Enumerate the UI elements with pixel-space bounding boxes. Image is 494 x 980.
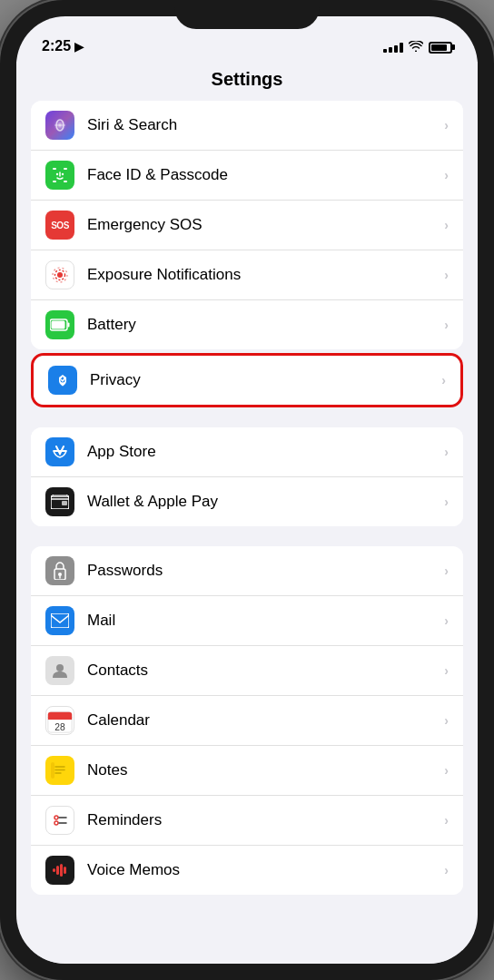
privacy-icon — [48, 366, 77, 395]
settings-row-mail[interactable]: Mail › — [31, 596, 463, 646]
contacts-icon — [45, 656, 74, 685]
notch — [174, 0, 320, 29]
passwords-chevron: › — [444, 564, 449, 578]
sos-icon: SOS — [45, 211, 74, 240]
appstore-label: App Store — [87, 443, 444, 461]
signal-bar-1 — [383, 49, 387, 53]
sos-label: Emergency SOS — [87, 216, 444, 234]
privacy-highlight-border: Privacy › — [31, 353, 463, 407]
settings-row-notes[interactable]: Notes › — [31, 746, 463, 796]
spacer-1 — [16, 416, 478, 427]
svg-rect-23 — [51, 613, 69, 628]
voicememos-icon — [45, 856, 74, 885]
battery-label: Battery — [87, 316, 444, 334]
svg-rect-6 — [64, 181, 67, 182]
section-3: Passwords › Mail › — [16, 546, 478, 895]
contacts-chevron: › — [444, 663, 449, 678]
location-icon: ▶ — [74, 40, 84, 54]
faceid-chevron: › — [444, 168, 449, 182]
settings-row-faceid[interactable]: Face ID & Passcode › — [31, 151, 463, 201]
mail-icon — [45, 606, 74, 635]
screen: 2:25 ▶ — [16, 16, 478, 964]
reminders-icon — [45, 806, 74, 835]
svg-point-10 — [57, 272, 63, 278]
svg-point-8 — [62, 173, 64, 175]
notes-label: Notes — [87, 761, 444, 779]
svg-rect-33 — [51, 762, 54, 779]
sos-chevron: › — [444, 218, 449, 232]
settings-row-appstore[interactable]: App Store › — [31, 427, 463, 477]
battery-row-icon — [45, 310, 74, 339]
wallet-chevron: › — [444, 495, 449, 509]
settings-group-2: App Store › Wallet — [31, 427, 463, 526]
spacer-2 — [16, 535, 478, 546]
signal-bar-3 — [394, 45, 398, 53]
svg-rect-39 — [56, 866, 59, 875]
svg-point-24 — [56, 664, 64, 671]
status-icons — [383, 40, 452, 54]
svg-rect-15 — [52, 321, 65, 329]
svg-rect-40 — [60, 864, 63, 877]
settings-row-privacy[interactable]: Privacy › — [34, 356, 460, 405]
svg-point-34 — [54, 816, 58, 819]
reminders-chevron: › — [444, 813, 449, 828]
battery-chevron: › — [444, 318, 449, 332]
svg-rect-27 — [48, 717, 72, 720]
exposure-chevron: › — [444, 268, 449, 282]
settings-row-wallet[interactable]: Wallet & Apple Pay › — [31, 477, 463, 526]
settings-group-1: Siri & Search › — [31, 101, 463, 349]
contacts-label: Contacts — [87, 662, 444, 680]
siri-label: Siri & Search — [87, 116, 444, 134]
phone-frame: 2:25 ▶ — [0, 0, 494, 980]
svg-rect-38 — [53, 868, 55, 872]
mail-chevron: › — [444, 613, 449, 628]
bottom-spacer — [16, 904, 478, 922]
nav-header: Settings — [16, 62, 478, 101]
svg-point-36 — [54, 821, 58, 825]
svg-rect-41 — [64, 867, 66, 874]
battery-icon — [429, 42, 452, 54]
voicememos-chevron: › — [444, 863, 449, 877]
svg-rect-3 — [53, 168, 56, 170]
calendar-label: Calendar — [87, 711, 444, 730]
faceid-icon — [45, 161, 74, 190]
appstore-chevron: › — [444, 445, 449, 459]
settings-row-contacts[interactable]: Contacts › — [31, 646, 463, 696]
status-time: 2:25 ▶ — [42, 38, 84, 54]
passwords-label: Passwords — [87, 562, 444, 580]
svg-point-7 — [56, 173, 58, 175]
siri-icon — [45, 111, 74, 140]
settings-row-passwords[interactable]: Passwords › — [31, 546, 463, 596]
svg-rect-14 — [68, 323, 70, 328]
signal-bars — [383, 43, 403, 53]
section-1: Siri & Search › — [16, 101, 478, 407]
settings-row-battery[interactable]: Battery › — [31, 300, 463, 349]
calendar-icon: 28 — [45, 706, 74, 735]
mail-label: Mail — [87, 612, 444, 630]
settings-row-calendar[interactable]: 28 Calendar › — [31, 696, 463, 746]
calendar-chevron: › — [444, 713, 449, 728]
appstore-icon — [45, 437, 74, 466]
settings-content[interactable]: Siri & Search › — [16, 101, 478, 964]
settings-row-voicememos[interactable]: Voice Memos › — [31, 846, 463, 895]
exposure-label: Exposure Notifications — [87, 266, 444, 284]
signal-bar-4 — [400, 43, 403, 53]
time-display: 2:25 — [42, 38, 71, 54]
reminders-label: Reminders — [87, 811, 444, 829]
page-title: Settings — [212, 69, 283, 89]
settings-row-siri[interactable]: Siri & Search › — [31, 101, 463, 151]
passwords-icon — [45, 556, 74, 585]
exposure-icon — [45, 260, 74, 289]
settings-row-exposure[interactable]: Exposure Notifications › — [31, 250, 463, 300]
section-2: App Store › Wallet — [16, 427, 478, 526]
faceid-label: Face ID & Passcode — [87, 166, 444, 184]
svg-text:28: 28 — [54, 722, 65, 732]
voicememos-label: Voice Memos — [87, 861, 444, 879]
settings-row-reminders[interactable]: Reminders › — [31, 796, 463, 846]
settings-group-3: Passwords › Mail › — [31, 546, 463, 895]
settings-row-sos[interactable]: SOS Emergency SOS › — [31, 201, 463, 250]
svg-rect-19 — [62, 501, 67, 505]
wallet-label: Wallet & Apple Pay — [87, 493, 444, 511]
wallet-icon — [45, 487, 74, 516]
privacy-chevron: › — [441, 373, 446, 387]
